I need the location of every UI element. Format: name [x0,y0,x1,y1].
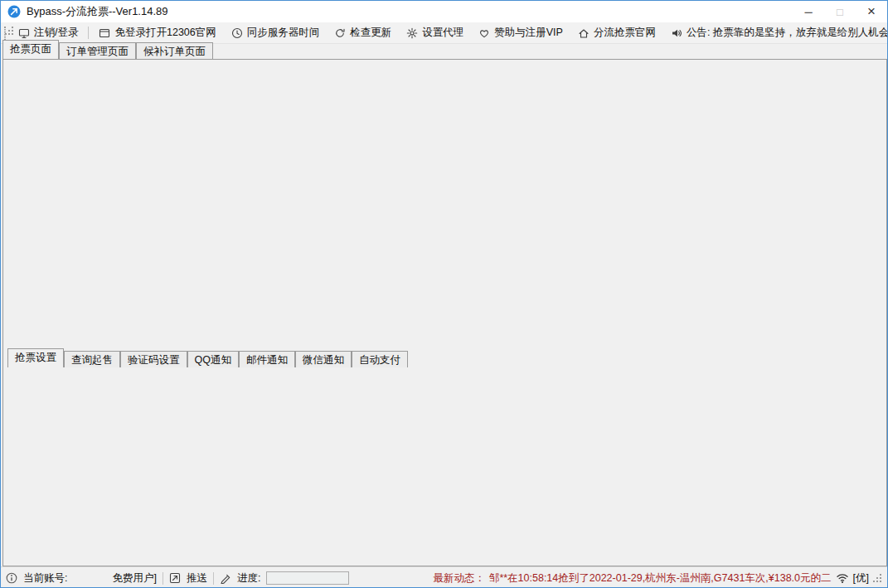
toolbar-item-1[interactable]: 免登录打开12306官网 [91,22,223,43]
logout-login-icon [18,27,30,39]
push-icon [169,572,181,584]
info-icon [6,572,17,584]
settings-tab-5[interactable]: 微信通知 [295,351,352,367]
wifi-icon [836,572,849,584]
page-tab-1[interactable]: 订单管理页面 [59,42,136,59]
toolbar-items: 注销/登录免登录打开12306官网同步服务器时间检查更新设置代理赞助与注册VIP… [11,22,888,43]
page-tab-strip: 抢票页面订单管理页面候补订单页面 [2,42,213,59]
toolbar-item-4[interactable]: 设置代理 [399,22,471,43]
toolbar: 注销/登录免登录打开12306官网同步服务器时间检查更新设置代理赞助与注册VIP… [1,22,887,44]
bypass-window: { "colors": {"accent":"#0077d4","link":"… [0,0,888,588]
resize-grip[interactable] [873,574,882,583]
push-label[interactable]: 推送 [187,571,207,586]
heart-icon [478,27,490,39]
toolbar-item-label: 分流抢票官网 [594,26,656,40]
toolbar-grip[interactable] [4,27,6,40]
settings-tab-1[interactable]: 查询起售 [64,351,120,367]
status-bar: 当前账号: 免费用户] 推送 进度: 最新动态： 邹**在10:58:14抢到了… [1,566,887,588]
toolbar-item-label: 检查更新 [350,26,391,40]
settings-tab-3[interactable]: QQ通知 [187,351,239,367]
window-controls: ─ □ × [793,1,887,22]
refresh-icon [334,27,346,39]
toolbar-item-label: 免登录打开12306官网 [114,26,216,40]
speaker-icon [671,27,682,39]
status-bar-left: 当前账号: 免费用户] 推送 进度: [6,571,349,586]
settings-tab-strip: 抢票设置查询起售验证码设置QQ通知邮件通知微信通知自动支付 [7,350,408,367]
ticker-text: 邹**在10:58:14抢到了2022-01-29,杭州东-温州南,G7431车… [489,571,832,586]
minimize-button[interactable]: ─ [793,1,824,22]
toolbar-item-3[interactable]: 检查更新 [327,22,399,43]
page-tab-2[interactable]: 候补订单页面 [136,42,213,59]
toolbar-item-5[interactable]: 赞助与注册VIP [471,22,570,43]
browser-window-icon [99,27,110,39]
toolbar-item-label: 注销/登录 [34,26,78,40]
ticket-page [2,59,887,566]
app-icon [7,5,21,18]
progress-label: 进度: [237,571,260,586]
separator [213,572,214,585]
home-icon [578,27,590,39]
toolbar-item-7[interactable]: 公告: 抢票靠的是坚持，放弃就是给别人机会! [663,22,888,43]
close-button[interactable]: × [856,1,887,22]
toolbar-item-label: 赞助与注册VIP [494,26,563,40]
title-bar: Bypass-分流抢票--Ver1.14.89 ─ □ × [1,1,887,22]
clock-icon [231,27,243,39]
maximize-button[interactable]: □ [824,1,856,22]
settings-tab-4[interactable]: 邮件通知 [239,351,295,367]
status-bar-right: 最新动态： 邹**在10:58:14抢到了2022-01-29,杭州东-温州南,… [433,571,882,586]
toolbar-item-6[interactable]: 分流抢票官网 [570,22,663,43]
toolbar-item-label: 设置代理 [422,26,463,40]
toolbar-separator [88,27,89,39]
settings-tab-2[interactable]: 验证码设置 [120,351,187,367]
separator [163,572,163,585]
pencil-icon [220,572,231,584]
settings-tab-6[interactable]: 自动支付 [352,351,408,367]
ticker-label: 最新动态： [433,571,485,586]
account-value: 免费用户] [112,571,156,586]
toolbar-item-2[interactable]: 同步服务器时间 [224,22,328,43]
progress-bar [266,571,349,585]
account-label: 当前账号: [23,571,67,586]
signal-quality-tag: [优] [853,571,869,586]
gear-icon [406,27,418,39]
settings-tab-0[interactable]: 抢票设置 [7,348,64,367]
window-title: Bypass-分流抢票--Ver1.14.89 [27,4,168,19]
toolbar-item-label: 公告: 抢票靠的是坚持，放弃就是给别人机会! [687,26,888,40]
toolbar-item-label: 同步服务器时间 [247,26,320,40]
page-tab-0[interactable]: 抢票页面 [2,40,59,59]
